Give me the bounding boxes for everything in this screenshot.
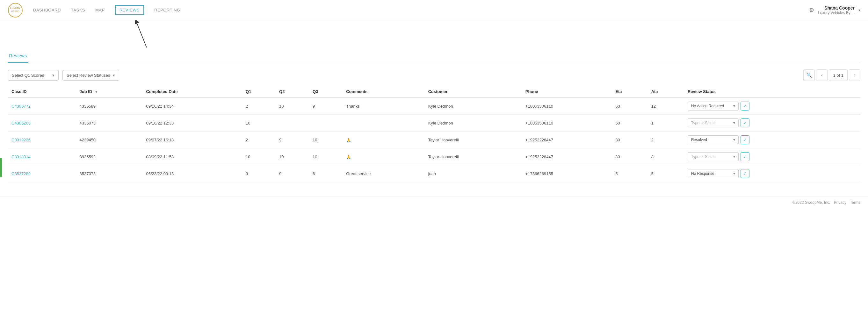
tab-reviews[interactable]: Reviews: [8, 49, 28, 63]
col-case-id: Case ID: [8, 86, 75, 97]
review-status-chevron: ▾: [733, 104, 735, 108]
status-cell: No Action Required ▾ ✓: [688, 102, 857, 110]
cell-phone: +18053506110: [522, 97, 612, 114]
cell-q1: 9: [242, 165, 275, 182]
case-link[interactable]: C3537289: [11, 171, 31, 176]
nav-map[interactable]: MAP: [95, 6, 105, 14]
case-link[interactable]: C3919226: [11, 138, 31, 142]
terms-link[interactable]: Terms: [850, 200, 860, 205]
case-link[interactable]: C4305772: [11, 104, 31, 109]
nav-tasks[interactable]: TASKS: [71, 6, 85, 14]
nav-reviews[interactable]: REVIEWS: [115, 5, 144, 15]
user-menu-chevron[interactable]: ▾: [859, 8, 860, 12]
status-cell: Type or Select ▾ ✓: [688, 119, 857, 127]
cell-q1: 2: [242, 97, 275, 114]
cell-ata: 12: [648, 97, 684, 114]
cell-phone: +19252228447: [522, 148, 612, 165]
privacy-link[interactable]: Privacy: [834, 200, 846, 205]
search-button[interactable]: 🔍: [803, 69, 815, 81]
svg-text:LUXURY: LUXURY: [10, 7, 21, 9]
cell-q1: 10: [242, 114, 275, 132]
cell-eta: 50: [612, 114, 647, 132]
app-header: LUXURY BRAND DASHBOARD TASKS MAP REVIEWS…: [0, 0, 868, 21]
pagination-controls: 🔍 ‹ 1 of 1 ›: [803, 69, 860, 81]
review-status-chevron: ▾: [733, 138, 735, 142]
status-cell: Resolved ▾ ✓: [688, 135, 857, 144]
confirm-status-button[interactable]: ✓: [741, 152, 749, 161]
cell-eta: 30: [612, 132, 647, 148]
confirm-status-button[interactable]: ✓: [741, 135, 749, 144]
confirm-status-button[interactable]: ✓: [741, 169, 749, 178]
cell-job-id: 3537073: [75, 165, 142, 182]
review-status-value: Type or Select: [691, 155, 716, 159]
logo[interactable]: LUXURY BRAND: [8, 3, 23, 18]
case-link[interactable]: C3918314: [11, 155, 31, 159]
cell-completed-date: 08/09/22 11:53: [142, 148, 242, 165]
table-row: C3537289 3537073 06/23/22 09:13 9 9 6 Gr…: [8, 165, 860, 182]
page-tabs: Reviews: [8, 49, 860, 63]
cell-comments: [342, 114, 424, 132]
case-link[interactable]: C4305263: [11, 121, 31, 126]
cell-q2: [275, 114, 309, 132]
svg-line-4: [137, 24, 147, 47]
col-q3: Q3: [309, 86, 342, 97]
review-status-value: No Response: [691, 171, 714, 176]
nav-reporting[interactable]: REPORTING: [154, 6, 180, 14]
nav-dashboard[interactable]: DASHBOARD: [33, 6, 61, 14]
cell-q2: 10: [275, 148, 309, 165]
review-status-value: No Action Required: [691, 104, 724, 108]
review-status-value: Resolved: [691, 138, 707, 142]
cell-comments: 🙏: [342, 132, 424, 148]
cell-ata: 8: [648, 148, 684, 165]
col-job-id[interactable]: Job ID ▼: [75, 86, 142, 97]
cell-q3: [309, 114, 342, 132]
review-status-chevron: ▾: [733, 171, 735, 176]
cell-eta: 5: [612, 165, 647, 182]
table-row: C3918314 3935592 08/09/22 11:53 10 10 10…: [8, 148, 860, 165]
col-phone: Phone: [522, 86, 612, 97]
cell-completed-date: 09/16/22 12:33: [142, 114, 242, 132]
cell-customer: Kyle Dedmon: [425, 114, 522, 132]
cell-q2: 9: [275, 165, 309, 182]
review-status-dropdown[interactable]: Type or Select ▾: [688, 119, 739, 127]
cell-review-status: Type or Select ▾ ✓: [684, 114, 860, 132]
review-statuses-label: Select Review Statuses: [67, 73, 110, 78]
col-completed-date: Completed Date: [142, 86, 242, 97]
review-status-dropdown[interactable]: Resolved ▾: [688, 135, 739, 144]
review-statuses-filter[interactable]: Select Review Statuses ▾: [62, 70, 119, 80]
cell-q3: 9: [309, 97, 342, 114]
status-cell: Type or Select ▾ ✓: [688, 152, 857, 161]
confirm-status-button[interactable]: ✓: [741, 102, 749, 110]
review-status-dropdown[interactable]: Type or Select ▾: [688, 152, 739, 161]
cell-ata: 2: [648, 132, 684, 148]
cell-customer: juan: [425, 165, 522, 182]
reviews-table: Case ID Job ID ▼ Completed Date Q1 Q2 Q3…: [8, 86, 860, 182]
settings-icon[interactable]: ⚙: [809, 7, 814, 14]
main-nav: DASHBOARD TASKS MAP REVIEWS REPORTING: [33, 5, 809, 15]
prev-page-button[interactable]: ‹: [816, 69, 828, 81]
review-status-value: Type or Select: [691, 121, 716, 125]
cell-case-id: C4305263: [8, 114, 75, 132]
cell-comments: Great service: [342, 165, 424, 182]
cell-comments: 🙏: [342, 148, 424, 165]
q1-scores-filter[interactable]: Select Q1 Scores ▾: [8, 70, 59, 80]
cell-q1: 2: [242, 132, 275, 148]
cell-customer: Taylor Hooverelli: [425, 132, 522, 148]
review-status-dropdown[interactable]: No Action Required ▾: [688, 102, 739, 110]
cell-job-id: 3935592: [75, 148, 142, 165]
next-page-button[interactable]: ›: [849, 69, 860, 81]
table-row: C3919226 4239450 09/07/22 16:18 2 9 10 🙏…: [8, 132, 860, 148]
q1-scores-label: Select Q1 Scores: [12, 73, 44, 78]
review-status-dropdown[interactable]: No Response ▾: [688, 169, 739, 178]
status-cell: No Response ▾ ✓: [688, 169, 857, 178]
confirm-status-button[interactable]: ✓: [741, 119, 749, 127]
cell-comments: Thanks: [342, 97, 424, 114]
cell-q3: 10: [309, 148, 342, 165]
cell-case-id: C3537289: [8, 165, 75, 182]
pagination-text: 1 of 1: [829, 69, 847, 81]
col-review-status: Review Status: [684, 86, 860, 97]
annotation: [0, 21, 868, 49]
user-company: Luxury Vehicles By ...: [818, 10, 855, 15]
cell-q3: 6: [309, 165, 342, 182]
cell-q1: 10: [242, 148, 275, 165]
